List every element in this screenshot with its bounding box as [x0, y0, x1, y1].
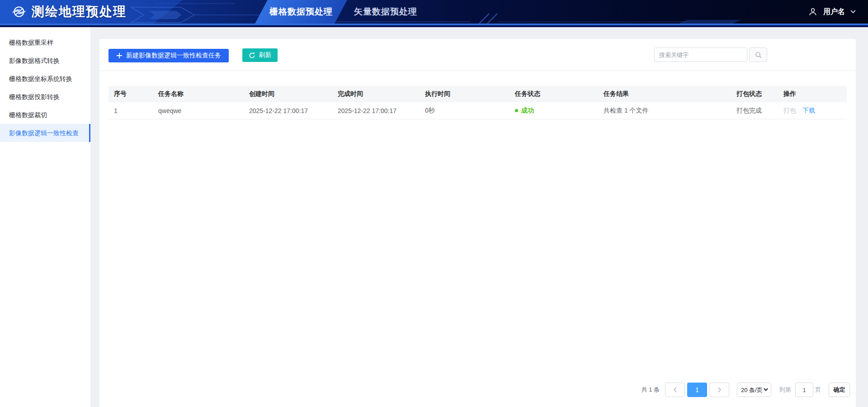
- app-logo-icon: [11, 4, 27, 20]
- new-task-label: 新建影像数据逻辑一致性检查任务: [126, 52, 221, 60]
- table-row: 1 qweqwe 2025-12-22 17:00:17 2025-12-22 …: [108, 102, 847, 119]
- cell-created: 2025-12-22 17:00:17: [244, 107, 332, 114]
- goto-suffix-label: 页: [815, 386, 821, 394]
- cell-status: 成功: [509, 107, 598, 115]
- sidebar-item-raster-projection-convert[interactable]: 栅格数据投影转换: [0, 88, 90, 106]
- col-header-task-name: 任务名称: [153, 90, 244, 98]
- sidebar-item-raster-coordinate-convert[interactable]: 栅格数据坐标系统转换: [0, 70, 90, 88]
- tab-raster-preprocess[interactable]: 栅格数据预处理: [255, 0, 347, 24]
- user-name: 用户名: [823, 7, 845, 17]
- brand: 测绘地理预处理: [11, 0, 127, 24]
- page-number-button[interactable]: 1: [687, 383, 707, 397]
- col-header-result: 任务结果: [598, 90, 731, 98]
- search-icon: [755, 51, 762, 59]
- search-group: [654, 47, 767, 62]
- app-title: 测绘地理预处理: [32, 3, 127, 20]
- cell-actions: 打包 下载: [778, 107, 847, 115]
- status-text: 成功: [521, 107, 534, 115]
- chevron-down-icon: [850, 10, 856, 14]
- search-button[interactable]: [749, 47, 767, 62]
- page-size-select-wrap: 20 条/页: [737, 383, 771, 397]
- refresh-icon: [249, 52, 255, 59]
- col-header-actions: 操作: [778, 90, 847, 98]
- col-header-finished: 完成时间: [332, 90, 420, 98]
- col-header-status: 任务状态: [509, 90, 598, 98]
- app-header: 测绘地理预处理 栅格数据预处理 矢量数据预处理 用户名: [0, 0, 868, 27]
- chevron-left-icon: [673, 387, 677, 393]
- goto-confirm-button[interactable]: 确定: [829, 383, 850, 397]
- user-menu[interactable]: 用户名: [808, 0, 856, 24]
- search-input[interactable]: [654, 47, 747, 62]
- header-bottom-strip: [0, 25, 868, 27]
- goto-page-input[interactable]: [795, 383, 813, 397]
- pagination-total: 共 1 条: [642, 386, 660, 394]
- tab-vector-preprocess[interactable]: 矢量数据预处理: [354, 0, 417, 24]
- next-page-button[interactable]: [709, 383, 729, 397]
- sidebar-item-raster-resample[interactable]: 栅格数据重采样: [0, 33, 90, 52]
- chevron-right-icon: [717, 387, 722, 393]
- content-card: 新建影像数据逻辑一致性检查任务 刷新 序号 任务名称 创建时间 完成时间: [99, 39, 856, 407]
- sidebar-item-logic-consistency-check[interactable]: 影像数据逻辑一致性检查: [0, 124, 90, 142]
- prev-page-button[interactable]: [665, 383, 685, 397]
- cell-task-name: qweqwe: [153, 107, 244, 114]
- pagination: 共 1 条 1 20 条/页 到第 页 确定: [642, 383, 850, 397]
- refresh-button[interactable]: 刷新: [242, 48, 278, 62]
- col-header-pack-status: 打包状态: [731, 90, 778, 98]
- col-header-seq: 序号: [108, 90, 153, 98]
- page-size-select[interactable]: 20 条/页: [737, 383, 771, 397]
- col-header-duration: 执行时间: [420, 90, 509, 98]
- sidebar-item-raster-clip[interactable]: 栅格数据裁切: [0, 106, 90, 124]
- col-header-created: 创建时间: [244, 90, 332, 98]
- download-action-link[interactable]: 下载: [802, 107, 815, 114]
- cell-finished: 2025-12-22 17:00:17: [332, 107, 420, 114]
- sidebar-item-image-format-convert[interactable]: 影像数据格式转换: [0, 52, 90, 70]
- table-header-row: 序号 任务名称 创建时间 完成时间 执行时间 任务状态 任务结果 打包状态 操作: [108, 86, 847, 102]
- status-badge: 成功: [515, 107, 598, 115]
- tab-raster-label: 栅格数据预处理: [261, 0, 341, 24]
- new-task-button[interactable]: 新建影像数据逻辑一致性检查任务: [108, 49, 229, 62]
- pack-action-link: 打包: [783, 107, 796, 114]
- refresh-label: 刷新: [259, 51, 271, 59]
- status-dot-icon: [515, 109, 518, 112]
- cell-result: 共检查 1 个文件: [598, 107, 731, 115]
- cell-duration: 0秒: [420, 107, 509, 115]
- plus-icon: [116, 52, 123, 59]
- goto-prefix-label: 到第: [779, 386, 791, 394]
- cell-seq: 1: [108, 107, 153, 114]
- sidebar: 栅格数据重采样 影像数据格式转换 栅格数据坐标系统转换 栅格数据投影转换 栅格数…: [0, 27, 90, 407]
- user-icon: [808, 7, 818, 17]
- cell-pack-status: 打包完成: [731, 107, 778, 115]
- toolbar: 新建影像数据逻辑一致性检查任务 刷新: [99, 39, 856, 71]
- task-table: 序号 任务名称 创建时间 完成时间 执行时间 任务状态 任务结果 打包状态 操作…: [108, 86, 847, 119]
